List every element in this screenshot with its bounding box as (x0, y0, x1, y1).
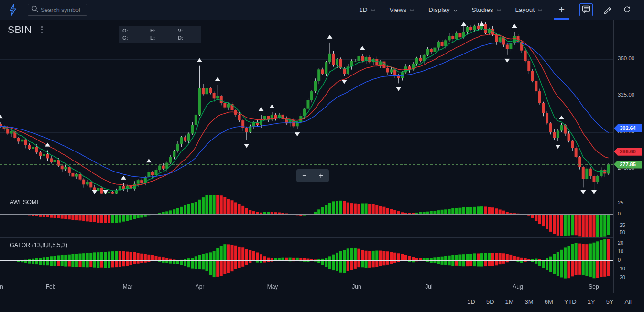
awesome-panel-label: AWESOME (10, 199, 41, 205)
high-label: H: (150, 28, 178, 33)
chevron-down-icon (538, 6, 542, 13)
range-button-1m[interactable]: 1M (505, 298, 514, 305)
range-button-1y[interactable]: 1Y (588, 298, 595, 305)
awesome-tick-label: -50 (618, 229, 625, 235)
menu-display[interactable]: Display (428, 6, 457, 13)
range-button-5y[interactable]: 5Y (606, 298, 614, 305)
menu-label: Views (390, 6, 407, 13)
refresh-icon (622, 4, 632, 15)
time-axis-partial-label: n (0, 283, 3, 290)
trading-terminal: 1DViewsDisplayStudiesLayout + (0, 0, 644, 312)
menu-studies[interactable]: Studies (472, 6, 501, 13)
awesome-tick-label: 25 (618, 200, 623, 205)
awesome-tick-label: 0 (618, 211, 621, 216)
symbol-search-box[interactable] (28, 4, 87, 16)
time-axis-month-label: Mar (123, 283, 133, 290)
range-button-ytd[interactable]: YTD (564, 298, 577, 305)
time-axis-month-label: Aug (513, 283, 523, 290)
range-selector: 1D5D1M3M6MYTD1Y5YAll (467, 298, 632, 305)
zoom-controls: − + (296, 169, 329, 182)
menu-layout[interactable]: Layout (515, 6, 543, 13)
time-axis-month-label: Apr (196, 283, 205, 290)
low-label: L: (150, 35, 178, 41)
menu-views[interactable]: Views (390, 6, 415, 13)
chevron-down-icon (410, 6, 414, 13)
awesome-tick-label: -25 (618, 222, 625, 228)
menu-label: Studies (472, 6, 493, 13)
price-badge: 286.60 (614, 148, 642, 156)
open-label: O: (122, 28, 150, 33)
draw-button[interactable] (603, 4, 612, 16)
time-axis-month-label: Jun (352, 283, 361, 290)
lightning-logo-icon (7, 4, 19, 16)
date-label: D: (178, 35, 205, 41)
search-input[interactable] (41, 7, 82, 13)
gator-tick-label: 0 (618, 257, 621, 263)
price-tick-label: 350.00 (618, 55, 634, 61)
gator-tick-label: 20 (618, 240, 623, 246)
symbol-menu-kebab-icon[interactable] (40, 25, 44, 34)
menu-label: 1D (359, 6, 367, 13)
toolbar-menus: 1DViewsDisplayStudiesLayout (359, 6, 542, 13)
topbar: 1DViewsDisplayStudiesLayout + (0, 0, 644, 20)
toolbar-icons: + (554, 0, 632, 20)
zoom-in-button[interactable]: + (313, 169, 329, 182)
add-chart-button[interactable]: + (554, 0, 569, 20)
price-tick-label: 325.00 (618, 92, 634, 97)
price-axis[interactable]: 350.00325.00300.00275.00250-25-5020100-1… (613, 20, 644, 293)
zoom-out-button[interactable]: − (296, 169, 313, 182)
gator-tick-label: 10 (618, 248, 623, 254)
chevron-down-icon (497, 6, 501, 13)
search-icon (31, 5, 38, 14)
gator-tick-label: -10 (618, 266, 625, 271)
range-button-1d[interactable]: 1D (467, 298, 475, 305)
time-axis-month-label: Sep (589, 283, 599, 290)
menu-label: Layout (515, 6, 535, 13)
price-badge: 277.85 (614, 161, 642, 169)
notes-panel-icon (582, 5, 590, 15)
gator-panel-label: GATOR (13,8,8,5,5,3) (10, 242, 67, 248)
range-button-6m[interactable]: 6M (545, 298, 553, 305)
time-axis-month-label: May (267, 283, 278, 290)
range-button-3m[interactable]: 3M (525, 298, 534, 305)
chevron-down-icon (371, 6, 375, 13)
menu-label: Display (428, 6, 449, 13)
close-label: C: (122, 35, 150, 41)
menu-1d[interactable]: 1D (359, 6, 375, 13)
volume-label: V: (178, 28, 205, 33)
price-chart-canvas[interactable] (0, 20, 613, 294)
time-axis-month-label: Jul (425, 283, 432, 290)
price-badge: 302.64 (614, 124, 642, 132)
notes-panel-button[interactable] (579, 3, 593, 16)
pencil-icon (603, 4, 612, 16)
refresh-button[interactable] (622, 4, 632, 15)
range-button-5d[interactable]: 5D (486, 298, 494, 305)
range-button-all[interactable]: All (625, 298, 632, 305)
time-axis-border (0, 293, 644, 293)
symbol-title: SBIN (8, 24, 32, 35)
time-axis-month-label: Feb (46, 283, 56, 290)
gator-tick-label: -20 (618, 274, 625, 280)
chevron-down-icon (453, 6, 458, 13)
ohlc-legend: O: H: V: C: L: D: (119, 26, 201, 43)
